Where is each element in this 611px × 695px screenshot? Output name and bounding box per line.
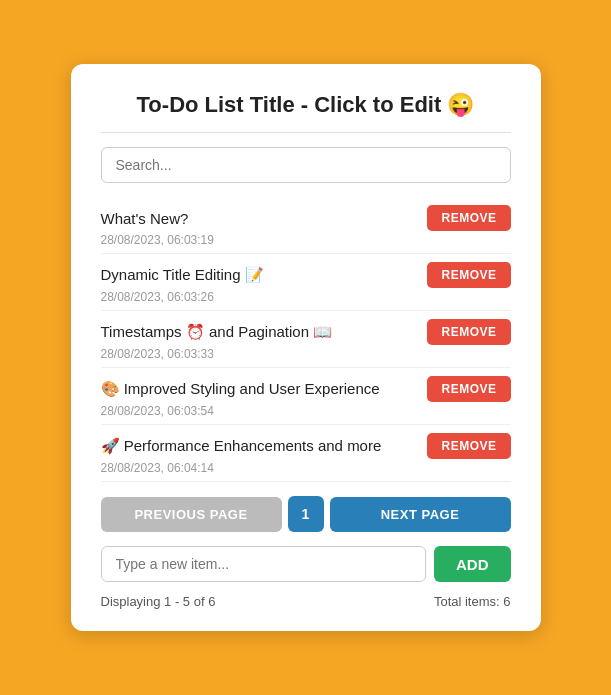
todo-item-timestamp: 28/08/2023, 06:03:54	[101, 404, 511, 418]
search-input[interactable]	[101, 147, 511, 183]
todo-item-row: 🎨 Improved Styling and User Experience R…	[101, 376, 511, 402]
todo-item-timestamp: 28/08/2023, 06:04:14	[101, 461, 511, 475]
previous-page-button[interactable]: PREVIOUS PAGE	[101, 497, 282, 532]
todo-card: To-Do List Title - Click to Edit 😜 What'…	[71, 64, 541, 631]
next-page-button[interactable]: NEXT PAGE	[330, 497, 511, 532]
todo-item-row: Dynamic Title Editing 📝 REMOVE	[101, 262, 511, 288]
add-button[interactable]: ADD	[434, 546, 511, 582]
todo-item-timestamp: 28/08/2023, 06:03:19	[101, 233, 511, 247]
card-title[interactable]: To-Do List Title - Click to Edit 😜	[101, 92, 511, 118]
todo-item-row: What's New? REMOVE	[101, 205, 511, 231]
remove-button[interactable]: REMOVE	[427, 262, 510, 288]
todo-item: 🎨 Improved Styling and User Experience R…	[101, 368, 511, 425]
remove-button[interactable]: REMOVE	[427, 376, 510, 402]
todo-item-row: Timestamps ⏰ and Pagination 📖 REMOVE	[101, 319, 511, 345]
todo-item: Dynamic Title Editing 📝 REMOVE 28/08/202…	[101, 254, 511, 311]
todo-item-text: What's New?	[101, 210, 418, 227]
footer-info: Displaying 1 - 5 of 6 Total items: 6	[101, 594, 511, 609]
displaying-info: Displaying 1 - 5 of 6	[101, 594, 216, 609]
current-page-button[interactable]: 1	[288, 496, 324, 532]
add-row: ADD	[101, 546, 511, 582]
title-divider	[101, 132, 511, 133]
title-emoji: 😜	[447, 92, 474, 117]
todo-item-row: 🚀 Performance Enhancements and more REMO…	[101, 433, 511, 459]
todo-item-text: Dynamic Title Editing 📝	[101, 266, 418, 284]
remove-button[interactable]: REMOVE	[427, 319, 510, 345]
todo-item: 🚀 Performance Enhancements and more REMO…	[101, 425, 511, 482]
todo-item: Timestamps ⏰ and Pagination 📖 REMOVE 28/…	[101, 311, 511, 368]
new-item-input[interactable]	[101, 546, 427, 582]
todo-list: What's New? REMOVE 28/08/2023, 06:03:19 …	[101, 197, 511, 482]
todo-item-text: 🎨 Improved Styling and User Experience	[101, 380, 418, 398]
todo-item: What's New? REMOVE 28/08/2023, 06:03:19	[101, 197, 511, 254]
pagination: PREVIOUS PAGE 1 NEXT PAGE	[101, 496, 511, 532]
remove-button[interactable]: REMOVE	[427, 205, 510, 231]
title-text: To-Do List Title - Click to Edit	[137, 92, 442, 117]
todo-item-text: Timestamps ⏰ and Pagination 📖	[101, 323, 418, 341]
todo-item-timestamp: 28/08/2023, 06:03:33	[101, 347, 511, 361]
total-info: Total items: 6	[434, 594, 511, 609]
todo-item-text: 🚀 Performance Enhancements and more	[101, 437, 418, 455]
remove-button[interactable]: REMOVE	[427, 433, 510, 459]
todo-item-timestamp: 28/08/2023, 06:03:26	[101, 290, 511, 304]
